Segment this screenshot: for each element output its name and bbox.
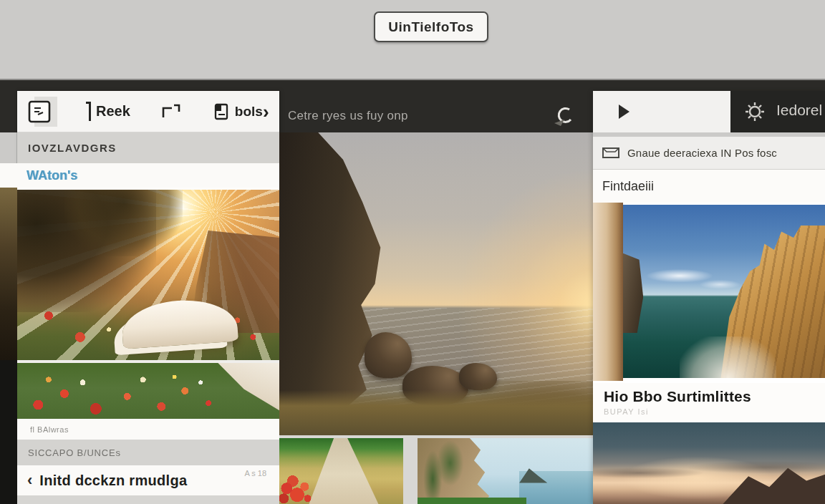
window-title-label: UinTielfoTos [388,19,473,35]
right-panel: Iedorel Gnaue deeraciexa IN Pos fosc Fin… [593,91,825,504]
chevron-left-icon[interactable]: ‹ [27,472,32,488]
tools-button[interactable]: bols [213,102,263,121]
right-tab[interactable] [593,91,730,132]
search-query-text[interactable]: Cetre ryes us fuy onp [288,109,408,123]
photo-cliff-coast[interactable] [623,205,825,378]
right-folder-label: Fintdaeiii [602,179,654,194]
red-flowers [279,458,354,504]
left-bottom-meta: A s 18 [244,469,266,478]
photo-cliff-island[interactable] [418,438,593,504]
beach-foam [680,336,776,378]
right-folder-row[interactable]: Fintdaeiii [593,170,825,203]
left-toolbar: Reek bols › [17,91,279,132]
thumb-green-strip [418,498,526,504]
left-bottom-label: Initd dcckzn rmudlga [39,472,187,489]
toolbar-app-label[interactable]: Reek [96,103,130,120]
gear-icon[interactable] [743,100,766,123]
app-window-icon-glyph [27,99,53,125]
left-panel: Reek bols › IOVZLAVDGRS WAton's [17,91,279,504]
chevron-right-icon[interactable]: › [263,102,269,121]
text-cursor-icon [89,102,91,121]
document-icon [213,102,229,121]
right-header: Iedorel [593,91,825,132]
photo-caption-subtitle: BUPAY Isi [604,407,814,416]
left-link-label: WAton's [26,168,77,183]
search-icon[interactable] [547,100,579,132]
photo-caption-title[interactable]: Hio Bbo Surtimlittes [604,388,814,405]
right-collection-label: Gnaue deeraciexa IN Pos fosc [627,147,777,159]
thumb-cliff [418,438,526,504]
photo-sunset-garden[interactable] [17,188,279,360]
left-edge-shadow [0,360,17,504]
wall-strip [593,203,623,381]
rock-pillar [623,253,643,333]
window-title-button[interactable]: UinTielfoTos [374,11,488,42]
right-collection-row[interactable]: Gnaue deeraciexa IN Pos fosc [593,137,825,170]
photo-dusk-sky[interactable] [593,421,825,504]
tray-icon [602,147,620,160]
corner-bracket-icon[interactable] [159,101,182,122]
left-section-row[interactable]: SICCAPO B/UNCEs [17,440,279,465]
photo-left-bleed [0,188,17,360]
right-header-label[interactable]: Iedorel [776,102,822,119]
left-menu-row[interactable]: IOVZLAVDGRS [17,132,279,163]
left-section-label: SICCAPO B/UNCEs [28,447,121,458]
shore-dune [279,390,594,435]
tools-label: bols [235,104,263,120]
link-row-bleed [0,163,17,188]
left-meta-label: fl BAlwras [30,425,69,434]
left-link-row[interactable]: WAton's [17,163,279,188]
photo-flower-meadow[interactable] [17,360,279,419]
left-menu-label: IOVZLAVDGRS [28,142,117,154]
left-meta-row: fl BAlwras [17,419,279,440]
photo-caption: Hio Bbo Surtimlittes BUPAY Isi [593,381,825,421]
tree-canopy [64,188,183,256]
app-window-icon[interactable] [27,97,57,127]
left-footer-strip [17,495,279,504]
bench-corner [201,363,279,410]
app-window: UinTielfoTos Reek [0,0,825,504]
play-icon [619,105,629,119]
photo-coastal-cliff[interactable] [279,132,594,435]
photo-garden-path[interactable] [279,438,403,504]
left-bottom-row[interactable]: ‹ Initd dcckzn rmudlga A s 18 [17,465,279,495]
right-photo-card[interactable] [593,203,825,381]
